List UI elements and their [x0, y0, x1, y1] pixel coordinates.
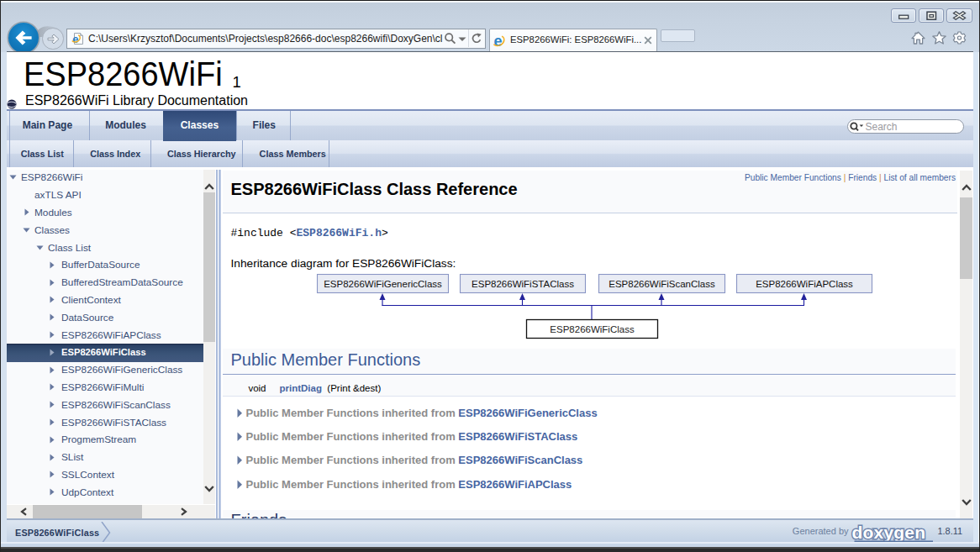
svg-text:ESP8266WiFiGenericClass: ESP8266WiFiGenericClass — [324, 279, 442, 289]
svg-text:e: e — [493, 34, 502, 49]
svg-text:ESP8266WiFiSTAClass: ESP8266WiFiSTAClass — [472, 279, 574, 289]
svg-text:ESP8266WiFiScanClass: ESP8266WiFiScanClass — [609, 279, 715, 289]
svg-text:ESP8266WiFiClass: ESP8266WiFiClass — [550, 324, 635, 334]
svg-text:ESP8266WiFiAPClass: ESP8266WiFiAPClass — [756, 279, 853, 289]
svg-text:e: e — [72, 33, 78, 45]
svg-text:doxygen: doxygen — [852, 523, 926, 542]
